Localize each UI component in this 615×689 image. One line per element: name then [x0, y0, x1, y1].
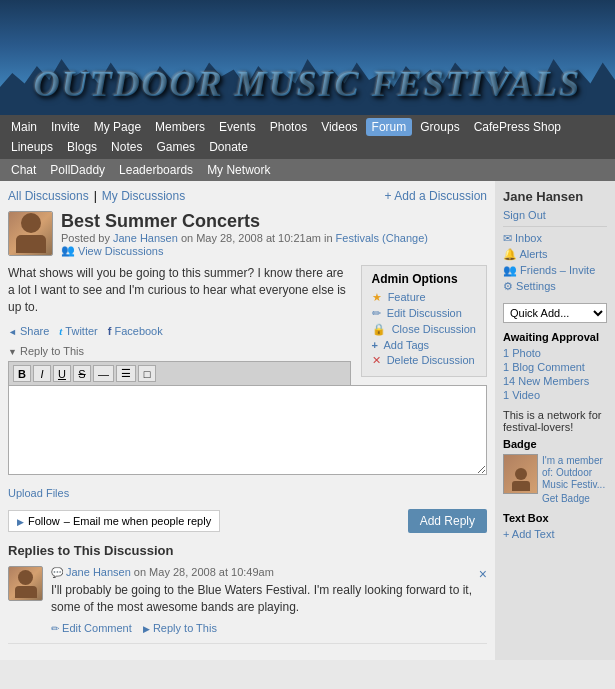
share-icon	[8, 325, 17, 337]
italic-button[interactable]: I	[33, 365, 51, 382]
badge-section: Badge I'm a member of: Outdoor Music Fes…	[503, 438, 607, 504]
hr-button[interactable]: —	[93, 365, 114, 382]
nav-polldaddy[interactable]: PollDaddy	[44, 161, 111, 179]
nav-forum[interactable]: Forum	[366, 118, 413, 136]
badge-info: I'm a member of: Outdoor Music Festiv...…	[542, 454, 607, 504]
nav-videos[interactable]: Videos	[315, 118, 363, 136]
nav-notes[interactable]: Notes	[105, 138, 148, 156]
badge-title: Badge	[503, 438, 607, 450]
nav-invite[interactable]: Invite	[45, 118, 86, 136]
admin-options-title: Admin Options	[372, 272, 476, 286]
site-title: Outdoor Music Festivals	[34, 63, 581, 105]
twitter-icon	[59, 325, 62, 337]
nav-events[interactable]: Events	[213, 118, 262, 136]
friends-link[interactable]: 👥 Friends – Invite	[503, 264, 607, 277]
awaiting-title: Awaiting Approval	[503, 331, 607, 343]
feature-link[interactable]: Feature	[372, 291, 476, 304]
textbox-title: Text Box	[503, 512, 607, 524]
nav-main[interactable]: Main	[5, 118, 43, 136]
nav-blogs[interactable]: Blogs	[61, 138, 103, 156]
triangle-icon: ▼	[8, 347, 17, 357]
site-banner: Outdoor Music Festivals	[0, 0, 615, 115]
plus-icon	[372, 339, 378, 351]
nav-lineups[interactable]: Lineups	[5, 138, 59, 156]
main-nav: Main Invite My Page Members Events Photo…	[0, 115, 615, 159]
change-link[interactable]: (Change)	[382, 232, 428, 244]
close-reply-button[interactable]: ×	[479, 566, 487, 582]
quick-add-select[interactable]: Quick Add...	[503, 303, 607, 323]
discussion-header: Best Summer Concerts Posted by Jane Hans…	[8, 211, 487, 257]
discussion-title: Best Summer Concerts	[61, 211, 428, 232]
nav-games[interactable]: Games	[150, 138, 201, 156]
people-icon: 👥	[503, 264, 517, 276]
breadcrumb-separator: |	[94, 189, 97, 203]
follow-box: Follow – Email me when people reply	[8, 510, 220, 532]
add-tags-link[interactable]: Add Tags	[372, 339, 476, 351]
gear-icon: ⚙	[503, 280, 513, 292]
sign-out-link[interactable]: Sign Out	[503, 209, 607, 221]
reply-icon	[143, 622, 150, 634]
awaiting-photo-link[interactable]: 1 Photo	[503, 347, 607, 359]
edit-discussion-link[interactable]: Edit Discussion	[372, 307, 476, 320]
add-text-link[interactable]: + Add Text	[503, 528, 554, 540]
group-link[interactable]: Festivals	[336, 232, 379, 244]
nav-leaderboards[interactable]: Leaderboards	[113, 161, 199, 179]
upload-files-link[interactable]: Upload Files	[8, 487, 69, 499]
nav-cafepress[interactable]: CafePress Shop	[468, 118, 567, 136]
get-badge-link[interactable]: Get Badge	[542, 493, 607, 504]
reply-avatar	[8, 566, 43, 601]
author-link[interactable]: Jane Hansen	[113, 232, 178, 244]
nav-mypage[interactable]: My Page	[88, 118, 147, 136]
nav-donate[interactable]: Donate	[203, 138, 254, 156]
nav-members[interactable]: Members	[149, 118, 211, 136]
editor-toolbar: B I U S — ☰ □	[8, 361, 351, 385]
sidebar-username: Jane Hansen	[503, 189, 607, 204]
reply-author-icon: 💬	[51, 567, 63, 578]
list-button[interactable]: ☰	[116, 365, 136, 382]
strikethrough-button[interactable]: S	[73, 365, 91, 382]
underline-button[interactable]: U	[53, 365, 71, 382]
sidebar-user-section: Jane Hansen Sign Out Inbox 🔔 Alerts 👥 Fr…	[503, 189, 607, 293]
add-reply-button[interactable]: Add Reply	[408, 509, 487, 533]
nav-chat[interactable]: Chat	[5, 161, 42, 179]
box-button[interactable]: □	[138, 365, 156, 382]
envelope-icon	[503, 232, 512, 244]
close-discussion-link[interactable]: 🔒 Close Discussion	[372, 323, 476, 336]
reply-textarea[interactable]	[8, 385, 487, 475]
awaiting-members-link[interactable]: 14 New Members	[503, 375, 607, 387]
reply-to-this-link[interactable]: Reply to This	[143, 622, 217, 634]
settings-link[interactable]: ⚙ Settings	[503, 280, 607, 293]
bold-button[interactable]: B	[13, 365, 31, 382]
badge-box: I'm a member of: Outdoor Music Festiv...…	[503, 454, 607, 504]
share-link[interactable]: Share	[8, 325, 49, 337]
discussion-body-section: Admin Options Feature Edit Discussion 🔒 …	[8, 265, 487, 315]
reply-actions: Edit Comment Reply to This	[51, 621, 487, 635]
awaiting-blog-link[interactable]: 1 Blog Comment	[503, 361, 607, 373]
all-discussions-link[interactable]: All Discussions	[8, 189, 89, 203]
inbox-link[interactable]: Inbox	[503, 232, 607, 245]
alerts-link[interactable]: 🔔 Alerts	[503, 248, 607, 261]
edit-comment-link[interactable]: Edit Comment	[51, 622, 135, 634]
badge-thumbnail	[503, 454, 538, 494]
facebook-link[interactable]: Facebook	[108, 325, 163, 337]
view-discussions-link[interactable]: 👥 View Discussions	[61, 244, 428, 257]
reply-date: on May 28, 2008 at 10:49am	[134, 566, 274, 578]
star-icon	[372, 291, 382, 303]
delete-discussion-link[interactable]: Delete Discussion	[372, 354, 476, 367]
follow-button[interactable]: Follow	[28, 515, 60, 527]
my-discussions-link[interactable]: My Discussions	[102, 189, 185, 203]
reply-author-link[interactable]: Jane Hansen	[66, 566, 131, 578]
nav-photos[interactable]: Photos	[264, 118, 313, 136]
badge-text: I'm a member of: Outdoor Music Festiv...	[542, 455, 605, 490]
add-discussion-link[interactable]: + Add a Discussion	[385, 189, 487, 203]
x-icon	[372, 354, 381, 366]
network-text: This is a network for festival-lovers!	[503, 409, 607, 433]
content-area: All Discussions | My Discussions + Add a…	[0, 181, 495, 660]
breadcrumbs: All Discussions | My Discussions + Add a…	[8, 189, 487, 203]
awaiting-approval-section: Awaiting Approval 1 Photo 1 Blog Comment…	[503, 331, 607, 401]
nav-groups[interactable]: Groups	[414, 118, 465, 136]
people-icon: 👥	[61, 244, 75, 257]
twitter-link[interactable]: Twitter	[59, 325, 97, 337]
nav-mynetwork[interactable]: My Network	[201, 161, 276, 179]
awaiting-video-link[interactable]: 1 Video	[503, 389, 607, 401]
